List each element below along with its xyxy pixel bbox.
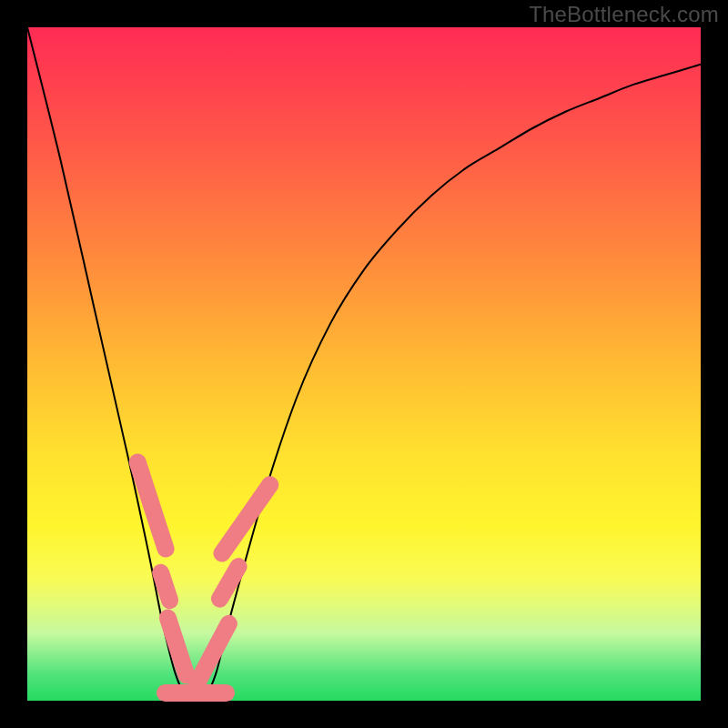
bottleneck-curve [27, 27, 701, 701]
plot-area [27, 27, 701, 701]
curve-svg [27, 27, 701, 701]
watermark-text: TheBottleneck.com [529, 2, 719, 27]
bottleneck-chart-frame: TheBottleneck.com [0, 0, 728, 728]
